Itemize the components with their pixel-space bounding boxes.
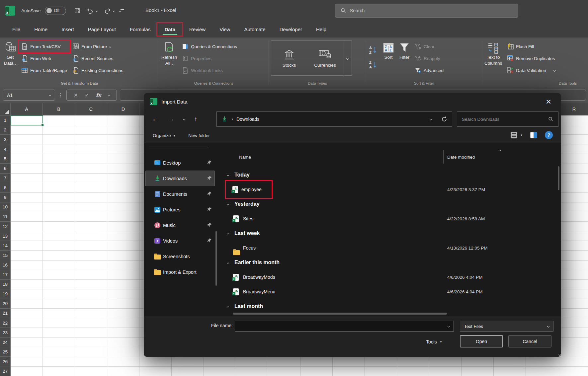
new-folder-button[interactable]: New folder xyxy=(188,133,210,138)
sidebar-item-downloads[interactable]: Downloads xyxy=(145,171,215,186)
column-header[interactable]: A xyxy=(11,103,43,115)
row-header[interactable]: 27 xyxy=(0,366,11,376)
refresh-all-button[interactable]: Refresh All xyxy=(159,39,179,77)
group-header-yesterday[interactable]: Yesterday xyxy=(218,197,561,211)
get-data-button[interactable]: Get Data xyxy=(0,39,19,77)
back-icon[interactable]: ← xyxy=(152,115,158,123)
dialog-title-bar[interactable]: Import Data xyxy=(144,93,561,110)
file-row-broadwaymods[interactable]: a,x BroadwayMods 4/6/2026 4:04 PM xyxy=(218,270,561,284)
tools-button[interactable]: Tools ▾ xyxy=(426,337,442,347)
row-header[interactable]: 3 xyxy=(0,135,11,144)
column-header[interactable]: D xyxy=(107,103,139,115)
flash-fill-button[interactable]: Flash Fill xyxy=(504,40,558,52)
save-icon[interactable] xyxy=(74,7,81,14)
organize-button[interactable]: Organize ▾ xyxy=(153,133,175,138)
name-box-dropdown-icon[interactable] xyxy=(49,94,51,96)
column-header[interactable]: B xyxy=(43,103,75,115)
tab-data[interactable]: Data xyxy=(157,23,182,36)
file-row-employee[interactable]: a,x employee 4/23/2026 3:37 PM xyxy=(218,182,561,197)
tab-view[interactable]: View xyxy=(212,23,237,36)
insert-function-button[interactable]: fx xyxy=(96,92,101,98)
sidebar-scrollbar[interactable] xyxy=(215,231,217,286)
vertical-scrollbar[interactable] xyxy=(558,166,559,190)
from-text-csv-button[interactable]: From Text/CSV xyxy=(19,40,70,52)
preview-pane-icon[interactable] xyxy=(530,131,538,139)
sidebar-item-music[interactable]: Music xyxy=(145,217,215,233)
row-header[interactable]: 9 xyxy=(0,193,11,202)
group-header-earlier-this-month[interactable]: Earlier this month xyxy=(218,255,561,270)
sidebar-item-desktop[interactable]: Desktop xyxy=(145,155,215,171)
row-header[interactable]: 5 xyxy=(0,154,11,164)
column-header-name[interactable]: Name xyxy=(239,155,251,160)
row-header[interactable]: 22 xyxy=(0,318,11,328)
sidebar-item-videos[interactable]: Videos xyxy=(145,233,215,249)
sort-descending-button[interactable]: ZA xyxy=(369,60,378,71)
cancel-button[interactable]: Cancel xyxy=(508,335,551,347)
row-header[interactable]: 7 xyxy=(0,174,11,183)
undo-dropdown-icon[interactable] xyxy=(96,9,98,12)
up-icon[interactable]: ↑ xyxy=(194,115,198,123)
open-button[interactable]: Open xyxy=(460,335,503,347)
sort-button[interactable]: ZAAZ Sort xyxy=(380,39,397,77)
tab-help[interactable]: Help xyxy=(309,23,333,36)
currencies-button[interactable]: Currencies xyxy=(307,41,343,75)
group-header-last-week[interactable]: Last week xyxy=(218,226,561,241)
tab-formulas[interactable]: Formulas xyxy=(123,23,158,36)
queries-connections-button[interactable]: Queries & Connections xyxy=(179,40,240,52)
redo-icon[interactable] xyxy=(104,7,111,14)
refresh-address-icon[interactable] xyxy=(441,116,447,122)
from-picture-button[interactable]: From Picture xyxy=(70,40,126,52)
column-header[interactable]: C xyxy=(75,103,107,115)
row-header[interactable]: 19 xyxy=(0,289,11,299)
tab-review[interactable]: Review xyxy=(182,23,212,36)
column-separator[interactable] xyxy=(443,150,444,164)
row-header[interactable]: 12 xyxy=(0,222,11,231)
existing-connections-button[interactable]: Existing Connections xyxy=(70,64,126,76)
view-mode-dropdown-icon[interactable]: ▾ xyxy=(521,133,522,137)
filter-button[interactable]: Filter xyxy=(397,39,412,77)
row-header[interactable]: 15 xyxy=(0,251,11,260)
select-all-corner[interactable] xyxy=(0,103,11,115)
formula-dropdown-icon[interactable] xyxy=(108,94,110,96)
tab-file[interactable]: File xyxy=(5,23,27,36)
column-header-date-modified[interactable]: Date modified xyxy=(447,155,475,160)
enter-entry-icon[interactable]: ✓ xyxy=(85,92,89,98)
row-header[interactable]: 16 xyxy=(0,260,11,270)
sort-ascending-button[interactable]: AZ xyxy=(369,45,378,56)
address-dropdown-icon[interactable] xyxy=(430,118,432,120)
row-header[interactable]: 13 xyxy=(0,231,11,241)
name-box[interactable]: A1 xyxy=(3,90,55,101)
sidebar-item-pictures[interactable]: Pictures xyxy=(145,202,215,217)
row-header[interactable]: 21 xyxy=(0,309,11,318)
customize-qat-icon[interactable] xyxy=(121,9,124,12)
row-header[interactable]: 14 xyxy=(0,241,11,251)
horizontal-scrollbar[interactable] xyxy=(218,313,561,315)
from-web-button[interactable]: From Web xyxy=(19,52,70,64)
group-header-today[interactable]: Today xyxy=(218,168,561,182)
file-name-dropdown-icon[interactable] xyxy=(448,325,450,327)
file-name-input[interactable] xyxy=(235,321,454,332)
text-to-columns-button[interactable]: Text to Columns xyxy=(482,39,504,77)
undo-icon[interactable] xyxy=(87,7,94,14)
stocks-button[interactable]: Stocks xyxy=(271,41,307,75)
advanced-filter-button[interactable]: Advanced xyxy=(412,64,446,76)
row-header[interactable]: 23 xyxy=(0,328,11,338)
close-icon[interactable]: ✕ xyxy=(542,97,555,107)
from-table-range-button[interactable]: From Table/Range xyxy=(19,64,70,76)
row-header[interactable]: 24 xyxy=(0,338,11,347)
recent-locations-icon[interactable] xyxy=(183,118,185,120)
tab-developer[interactable]: Developer xyxy=(273,23,309,36)
row-header[interactable]: 25 xyxy=(0,347,11,357)
tab-automate[interactable]: Automate xyxy=(237,23,272,36)
row-header[interactable]: 10 xyxy=(0,202,11,212)
row-header[interactable]: 18 xyxy=(0,280,11,289)
tab-home[interactable]: Home xyxy=(27,23,54,36)
file-row-broadwaymenu[interactable]: a,x BroadwayMenu 4/6/2026 4:04 PM xyxy=(218,284,561,299)
row-header[interactable]: 2 xyxy=(0,125,11,135)
address-bar[interactable]: Downloads xyxy=(216,112,452,127)
cancel-entry-icon[interactable]: ✕ xyxy=(74,92,78,98)
row-header[interactable]: 26 xyxy=(0,357,11,366)
row-header[interactable]: 6 xyxy=(0,164,11,173)
autosave-toggle[interactable]: Off xyxy=(45,7,66,15)
data-validation-button[interactable]: Data Validation xyxy=(504,64,558,76)
